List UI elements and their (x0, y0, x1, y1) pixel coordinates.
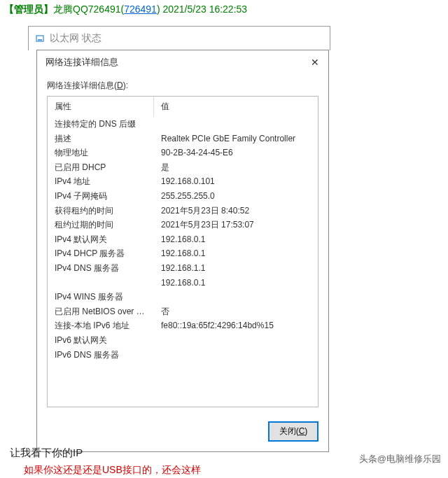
ethernet-status-title: 以太网 状态 (50, 32, 102, 45)
property-value (154, 117, 318, 132)
property-row[interactable]: 192.168.0.1 (48, 276, 318, 290)
property-value: 192.168.0.1 (154, 232, 318, 247)
network-details-title: 网络连接详细信息 (46, 56, 118, 69)
property-name: 获得租约的时间 (48, 204, 154, 218)
chat-timestamp: 2021/5/23 16:22:53 (162, 3, 247, 15)
chat-message-text: 让我看下你的IP (10, 447, 83, 460)
close-icon[interactable] (309, 56, 321, 69)
property-value: 192.168.1.1 (154, 261, 318, 276)
property-row[interactable]: 已启用 DHCP是 (48, 160, 318, 175)
property-name: 连接特定的 DNS 后缀 (48, 117, 154, 132)
property-row[interactable]: IPv6 默认网关 (48, 333, 318, 348)
property-value: 2021年5月23日 8:40:52 (154, 204, 318, 218)
chat-username: 龙腾QQ726491( (53, 3, 124, 15)
property-value: fe80::19a:65f2:4296:14bd%15 (154, 318, 318, 333)
chat-qq-link[interactable]: 726491 (124, 3, 157, 15)
property-row[interactable]: 连接-本地 IPv6 地址fe80::19a:65f2:4296:14bd%15 (48, 318, 318, 333)
network-details-titlebar[interactable]: 网络连接详细信息 (37, 50, 328, 74)
property-row[interactable]: 连接特定的 DNS 后缀 (48, 117, 318, 132)
property-name: 已启用 NetBIOS over Tc... (48, 304, 154, 319)
property-name: IPv6 DNS 服务器 (48, 348, 154, 363)
close-button[interactable]: 关闭(C) (268, 421, 318, 442)
chat-next-line: 如果你这还是还是USB接口的，还会这样 (24, 464, 201, 477)
property-name: 描述 (48, 132, 154, 146)
property-name: 物理地址 (48, 146, 154, 160)
properties-listview[interactable]: 属性 值 连接特定的 DNS 后缀描述Realtek PCIe GbE Fami… (47, 96, 318, 407)
property-value: 2021年5月23日 17:53:07 (154, 218, 318, 232)
ethernet-status-titlebar[interactable]: 以太网 状态 (29, 27, 330, 50)
property-name: IPv6 默认网关 (48, 333, 154, 348)
network-adapter-icon (34, 33, 46, 44)
property-name: IPv4 DHCP 服务器 (48, 246, 154, 261)
property-row[interactable]: IPv4 WINS 服务器 (48, 290, 318, 304)
property-row[interactable]: 租约过期的时间2021年5月23日 17:53:07 (48, 218, 318, 232)
property-name: 已启用 DHCP (48, 160, 154, 175)
property-value: Realtek PCIe GbE Family Controller (154, 132, 318, 146)
property-value (154, 290, 318, 304)
chat-message-header: 【管理员】龙腾QQ726491(726491) 2021/5/23 16:22:… (0, 0, 448, 20)
property-name: IPv4 子网掩码 (48, 189, 154, 204)
property-row[interactable]: IPv4 地址192.168.0.101 (48, 174, 318, 189)
property-name: IPv4 默认网关 (48, 232, 154, 247)
column-header-value[interactable]: 值 (154, 97, 318, 117)
property-value: 否 (154, 304, 318, 319)
watermark-text: 头条@电脑维修乐园 (359, 453, 441, 465)
property-name: IPv4 WINS 服务器 (48, 290, 154, 304)
chat-role-tag: 【管理员】 (4, 3, 53, 15)
property-row[interactable]: 已启用 NetBIOS over Tc...否 (48, 304, 318, 319)
property-value: 192.168.0.1 (154, 276, 318, 290)
property-name: 连接-本地 IPv6 地址 (48, 318, 154, 333)
property-value: 255.255.255.0 (154, 189, 318, 204)
property-value: 是 (154, 160, 318, 175)
property-name: IPv4 DNS 服务器 (48, 261, 154, 276)
property-row[interactable]: IPv4 DNS 服务器192.168.1.1 (48, 261, 318, 276)
property-value (154, 333, 318, 348)
column-header-property[interactable]: 属性 (48, 97, 154, 117)
property-row[interactable]: 描述Realtek PCIe GbE Family Controller (48, 132, 318, 146)
svg-rect-1 (38, 39, 42, 41)
property-name: IPv4 地址 (48, 174, 154, 189)
ethernet-status-dialog: 以太网 状态 (28, 26, 330, 50)
property-row[interactable]: IPv4 子网掩码255.255.255.0 (48, 189, 318, 204)
property-row[interactable]: 获得租约的时间2021年5月23日 8:40:52 (48, 204, 318, 218)
property-value: 192.168.0.1 (154, 246, 318, 261)
property-row[interactable]: IPv4 默认网关192.168.0.1 (48, 232, 318, 247)
property-row[interactable]: 物理地址90-2B-34-24-45-E6 (48, 146, 318, 160)
property-name (48, 276, 154, 290)
property-value: 192.168.0.101 (154, 174, 318, 189)
property-row[interactable]: IPv6 DNS 服务器 (48, 348, 318, 363)
property-row[interactable]: IPv4 DHCP 服务器192.168.0.1 (48, 246, 318, 261)
property-name: 租约过期的时间 (48, 218, 154, 232)
network-details-dialog: 网络连接详细信息 网络连接详细信息(D): 属性 值 连接特定的 DNS 后缀描… (36, 50, 329, 452)
properties-header: 属性 值 (48, 97, 318, 117)
details-group-label: 网络连接详细信息(D): (47, 80, 318, 92)
property-value: 90-2B-34-24-45-E6 (154, 146, 318, 160)
property-value (154, 348, 318, 363)
